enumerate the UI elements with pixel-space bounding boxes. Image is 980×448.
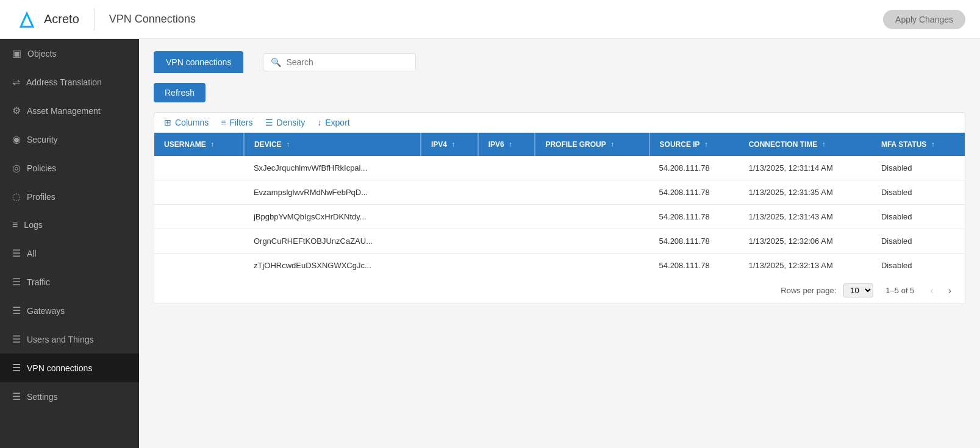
sidebar-item-all[interactable]: ☰ All	[0, 239, 139, 268]
cell-ipv6	[478, 205, 535, 229]
cell-ipv4	[421, 180, 478, 205]
cell-mfa-status: Disabled	[871, 180, 965, 205]
acreto-logo-icon	[15, 7, 39, 32]
vpn-connections-icon: ☰	[12, 362, 21, 374]
cell-connection-time: 1/13/2025, 12:31:14 AM	[739, 156, 871, 180]
sidebar-item-users-and-things[interactable]: ☰ Users and Things	[0, 325, 139, 354]
all-icon: ☰	[12, 247, 21, 259]
cell-username	[154, 156, 244, 180]
cell-profile-group	[535, 205, 649, 229]
col-mfa-status-label: MFA STATUS	[881, 140, 926, 149]
col-username-label: USERNAME	[164, 140, 206, 149]
sidebar-item-label: Address Translation	[26, 77, 102, 87]
logs-icon: ≡	[12, 219, 18, 230]
search-input[interactable]	[286, 57, 408, 67]
cell-mfa-status: Disabled	[871, 205, 965, 229]
cell-username	[154, 180, 244, 205]
apply-changes-button[interactable]: Apply Changes	[883, 10, 965, 29]
cell-device: SxJecJrquchlmvWfBfHRkIcpal...	[244, 156, 421, 180]
col-ipv4[interactable]: IPV4 ↑	[421, 133, 478, 156]
cell-username	[154, 254, 244, 278]
density-icon: ☰	[265, 118, 273, 127]
sidebar-item-label: Security	[27, 135, 58, 144]
sidebar-item-label: Traffic	[27, 277, 50, 287]
main-content: VPN connections 🔍 Refresh ⊞ Columns ≡ Fi…	[139, 39, 980, 448]
col-ipv6-label: IPV6	[488, 140, 504, 149]
col-username[interactable]: USERNAME ↑	[154, 133, 244, 156]
cell-profile-group	[535, 254, 649, 278]
prev-page-button[interactable]: ‹	[926, 284, 937, 297]
export-icon: ↓	[317, 118, 321, 127]
cell-username	[154, 205, 244, 229]
sidebar-item-vpn-connections[interactable]: ☰ VPN connections	[0, 354, 139, 382]
table-row: OrgnCuRHEFtKOBJUnzCaZAU... 54.208.111.78…	[154, 229, 965, 254]
col-device-label: DEVICE	[254, 140, 282, 149]
rows-per-page-select[interactable]: 10 25 50	[843, 283, 873, 297]
sidebar-item-traffic[interactable]: ☰ Traffic	[0, 268, 139, 296]
settings-icon: ☰	[12, 391, 21, 402]
sidebar-item-asset-management[interactable]: ⚙ Asset Management	[0, 96, 139, 125]
filters-label: Filters	[229, 118, 252, 127]
cell-connection-time: 1/13/2025, 12:32:06 AM	[739, 229, 871, 254]
tab-vpn-connections[interactable]: VPN connections	[154, 51, 243, 73]
sidebar-item-logs[interactable]: ≡ Logs	[0, 211, 139, 239]
sidebar-item-security[interactable]: ◉ Security	[0, 125, 139, 154]
cell-device: OrgnCuRHEFtKOBJUnzCaZAU...	[244, 229, 421, 254]
filters-control[interactable]: ≡ Filters	[221, 118, 252, 127]
col-device[interactable]: DEVICE ↑	[244, 133, 421, 156]
col-source-ip-label: SOURCE IP	[660, 140, 700, 149]
columns-icon: ⊞	[164, 118, 171, 127]
sort-arrow-source-ip: ↑	[704, 140, 708, 149]
col-mfa-status[interactable]: MFA STATUS ↑	[871, 133, 965, 156]
logo-text: Acreto	[44, 12, 79, 26]
sort-arrow-profile-group: ↑	[610, 140, 614, 149]
objects-icon: ▣	[12, 48, 21, 59]
sidebar-item-gateways[interactable]: ☰ Gateways	[0, 296, 139, 325]
header-divider	[94, 9, 95, 30]
sidebar-item-label: Users and Things	[27, 335, 93, 344]
top-header: Acreto VPN Connections Apply Changes	[0, 0, 980, 39]
cell-ipv6	[478, 229, 535, 254]
rows-per-page-label: Rows per page:	[781, 286, 836, 295]
sidebar-item-settings[interactable]: ☰ Settings	[0, 382, 139, 411]
sidebar-item-objects[interactable]: ▣ Objects	[0, 39, 139, 68]
cell-ipv6	[478, 180, 535, 205]
cell-ipv4	[421, 205, 478, 229]
col-profile-group[interactable]: PROFILE GROUP ↑	[535, 133, 649, 156]
col-ipv4-label: IPV4	[431, 140, 447, 149]
tab-search-row: VPN connections 🔍	[154, 51, 965, 73]
security-icon: ◉	[12, 133, 21, 145]
cell-source-ip: 54.208.111.78	[649, 205, 739, 229]
sidebar-item-profiles[interactable]: ◌ Profiles	[0, 182, 139, 211]
cell-profile-group	[535, 229, 649, 254]
table-row: jBpgbpYvMQbIgsCxHrDKNtdy... 54.208.111.7…	[154, 205, 965, 229]
cell-profile-group	[535, 180, 649, 205]
sort-arrow-username: ↑	[210, 140, 214, 149]
asset-management-icon: ⚙	[12, 105, 21, 116]
sidebar-item-label: All	[27, 249, 37, 258]
sidebar-item-label: VPN connections	[27, 363, 92, 373]
columns-label: Columns	[175, 118, 209, 127]
cell-ipv4	[421, 229, 478, 254]
col-profile-group-label: PROFILE GROUP	[545, 140, 606, 149]
sidebar-item-policies[interactable]: ◎ Policies	[0, 154, 139, 182]
refresh-button[interactable]: Refresh	[154, 83, 206, 102]
cell-ipv6	[478, 254, 535, 278]
sidebar-item-label: Objects	[27, 49, 56, 59]
cell-mfa-status: Disabled	[871, 229, 965, 254]
export-control[interactable]: ↓ Export	[317, 118, 349, 127]
next-page-button[interactable]: ›	[945, 284, 955, 297]
col-source-ip[interactable]: SOURCE IP ↑	[649, 133, 739, 156]
col-ipv6[interactable]: IPV6 ↑	[478, 133, 535, 156]
cell-source-ip: 54.208.111.78	[649, 229, 739, 254]
col-connection-time[interactable]: CONNECTION TIME ↑	[739, 133, 871, 156]
cell-username	[154, 229, 244, 254]
cell-source-ip: 54.208.111.78	[649, 180, 739, 205]
cell-source-ip: 54.208.111.78	[649, 254, 739, 278]
sidebar-item-address-translation[interactable]: ⇌ Address Translation	[0, 68, 139, 96]
cell-ipv4	[421, 156, 478, 180]
sidebar-item-label: Logs	[24, 220, 42, 230]
columns-control[interactable]: ⊞ Columns	[164, 118, 209, 127]
density-control[interactable]: ☰ Density	[265, 118, 306, 127]
search-area: 🔍	[263, 53, 416, 71]
